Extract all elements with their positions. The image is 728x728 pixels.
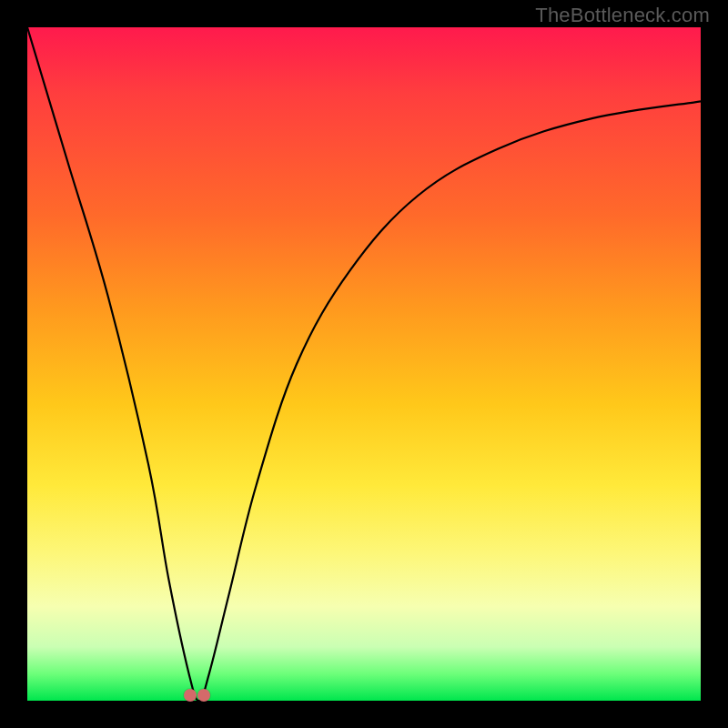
watermark-text: TheBottleneck.com bbox=[535, 4, 710, 27]
plot-area bbox=[27, 27, 701, 701]
bottleneck-curve-path bbox=[27, 27, 701, 701]
marker-dot-1 bbox=[197, 689, 210, 702]
curve-svg bbox=[27, 27, 701, 701]
chart-frame: TheBottleneck.com bbox=[0, 0, 728, 728]
